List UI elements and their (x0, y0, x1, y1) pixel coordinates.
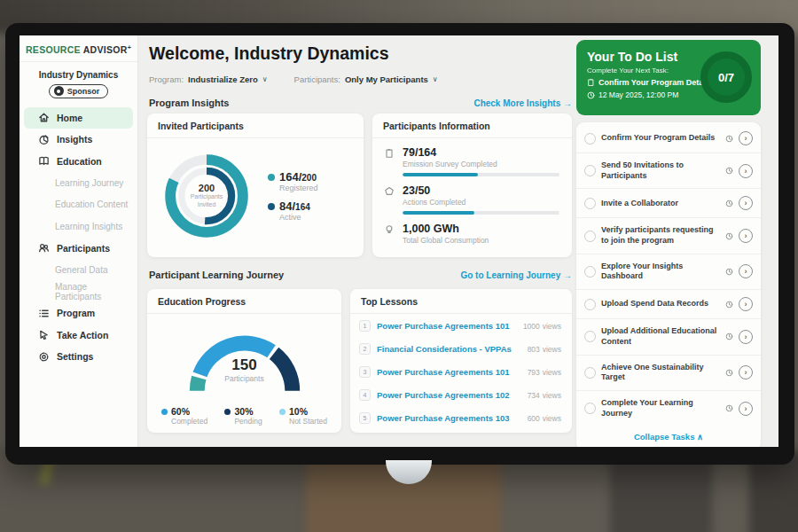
sidebar-item-general-data[interactable]: General Data (24, 259, 133, 281)
logo-resource: RESOURCE (26, 44, 81, 55)
chevron-right-icon[interactable]: › (739, 164, 753, 178)
task-checkbox[interactable] (584, 403, 596, 414)
participants-icon (38, 242, 50, 254)
task-checkbox[interactable] (584, 266, 596, 278)
gear-icon (38, 351, 50, 363)
task-row[interactable]: Upload Additional Educational Content › (576, 318, 761, 354)
actions-icon (383, 184, 395, 197)
arrow-right-icon: → (563, 270, 572, 280)
registered-dot (268, 174, 275, 181)
learning-journey-header: Participant Learning Journey Go to Learn… (149, 270, 572, 280)
clock-icon (725, 200, 733, 207)
chevron-right-icon[interactable]: › (739, 330, 753, 344)
task-checkbox[interactable] (584, 231, 596, 242)
actions-progress-bar (403, 211, 559, 215)
lesson-link[interactable]: Power Purchase Agreements 101 (377, 321, 517, 331)
clock-icon (587, 91, 595, 99)
insights-icon (38, 134, 50, 145)
clock-icon (725, 301, 733, 309)
clock-icon (725, 268, 733, 276)
sidebar-item-program[interactable]: Program (24, 302, 133, 325)
clock-icon (725, 135, 733, 143)
sidebar-item-participants[interactable]: Participants (24, 238, 133, 260)
task-row[interactable]: Complete Your Learning Journey › (576, 390, 761, 426)
program-dropdown[interactable]: Program: Industrialize Zero ∨ (149, 74, 268, 84)
not-started-dot (279, 409, 286, 415)
section-title: Participant Learning Journey (149, 270, 284, 280)
chevron-right-icon[interactable]: › (739, 402, 753, 416)
task-checkbox[interactable] (584, 331, 596, 342)
chevron-right-icon[interactable]: › (739, 196, 753, 210)
sidebar-item-learning-insights[interactable]: Learning Insights (24, 215, 133, 238)
home-icon (38, 112, 50, 123)
lesson-link[interactable]: Power Purchase Agreements 102 (377, 390, 521, 400)
task-checkbox[interactable] (584, 299, 596, 310)
task-checkbox[interactable] (584, 367, 596, 379)
clock-icon (725, 167, 733, 175)
chevron-down-icon: ∨ (262, 75, 268, 83)
sidebar-item-learning-journey[interactable]: Learning Journey (24, 172, 133, 194)
list-icon (38, 308, 50, 319)
education-progress-card: Education Progress 150 Participants 60%C… (147, 289, 341, 433)
task-row[interactable]: Invite a Collaborator › (576, 188, 761, 217)
bulb-icon (383, 223, 395, 235)
sidebar-item-take-action[interactable]: Take Action (24, 325, 133, 347)
chevron-right-icon[interactable]: › (739, 365, 753, 379)
lesson-row: 5 Power Purchase Agreements 103 600 view… (350, 406, 572, 429)
task-checkbox[interactable] (584, 165, 596, 176)
education-gauge-chart: 150 Participants (156, 323, 333, 399)
card-title: Participants Information (372, 113, 572, 138)
lesson-row: 2 Financial Considerations - VPPAs 803 v… (350, 337, 572, 360)
lesson-link[interactable]: Power Purchase Agreements 101 (377, 367, 521, 377)
chevron-right-icon[interactable]: › (739, 297, 753, 311)
sidebar-item-insights[interactable]: Insights (24, 129, 133, 151)
card-title: Education Progress (147, 289, 341, 314)
action-cursor-icon (38, 329, 50, 340)
todo-panel: Your To Do List Complete Your Next Task:… (576, 35, 761, 447)
todo-progress-ring: 0/7 (700, 51, 752, 103)
task-row[interactable]: Verify participants requesting to join t… (576, 217, 761, 253)
task-row[interactable]: Upload Spend Data Records › (576, 289, 761, 318)
go-to-learning-journey-link[interactable]: Go to Learning Journey → (460, 270, 572, 280)
task-checkbox[interactable] (584, 198, 596, 209)
survey-icon (383, 146, 395, 159)
task-row[interactable]: Explore Your Insights Dashboard › (576, 254, 761, 289)
clipboard-icon (587, 78, 595, 87)
task-checkbox[interactable] (584, 133, 596, 145)
invited-total: 200 (199, 183, 215, 193)
lesson-link[interactable]: Power Purchase Agreements 103 (377, 413, 521, 423)
sidebar-item-home[interactable]: Home (24, 107, 133, 129)
sidebar-item-education-content[interactable]: Education Content (24, 194, 133, 216)
gauge-legend: 60%Completed 30%Pending 10%Not Started (147, 399, 341, 426)
sidebar-item-education[interactable]: Education (24, 151, 133, 173)
main-content: Welcome, Industry Dynamics Program: Indu… (147, 35, 572, 447)
clock-icon (725, 332, 733, 340)
dashboard-screen: RESOURCE ADVISOR+ Industry Dynamics Spon… (20, 35, 778, 447)
sidebar-item-settings[interactable]: Settings (24, 346, 133, 368)
card-title: Invited Participants (147, 113, 364, 138)
logo-advisor: ADVISOR+ (83, 44, 131, 55)
check-more-insights-link[interactable]: Check More Insights → (473, 98, 572, 108)
participants-dropdown[interactable]: Participants: Only My Participants ∨ (294, 74, 438, 84)
participants-information-card: Participants Information 79/164 Emission… (372, 113, 572, 257)
task-row[interactable]: Send 50 Invitations to Participants › (576, 153, 761, 188)
chevron-right-icon[interactable]: › (739, 264, 753, 278)
card-title: Top Lessons (350, 289, 572, 314)
task-row[interactable]: Confirm Your Program Details › (576, 124, 761, 153)
collapse-tasks-link[interactable]: Collapse Tasks ∧ (576, 426, 761, 447)
chevron-right-icon[interactable]: › (739, 229, 753, 243)
book-icon (38, 155, 50, 167)
todo-hero-card: Your To Do List Complete Your Next Task:… (576, 40, 761, 115)
sidebar-item-manage-participants[interactable]: Manage Participants (24, 281, 133, 303)
arrow-right-icon: → (563, 98, 572, 108)
sponsor-icon (54, 86, 64, 96)
top-lessons-card: Top Lessons 1 Power Purchase Agreements … (350, 289, 572, 433)
sidebar-nav: Home Insights Education Learning Journey… (20, 107, 137, 368)
chevron-right-icon[interactable]: › (739, 131, 753, 145)
lesson-link[interactable]: Financial Considerations - VPPAs (377, 344, 521, 354)
app-logo: RESOURCE ADVISOR+ (20, 35, 137, 62)
task-row[interactable]: Achieve One Sustainability Target › (576, 355, 761, 390)
chevron-up-icon: ∧ (697, 432, 703, 442)
active-dot (268, 203, 275, 210)
sponsor-label: Sponsor (67, 87, 100, 96)
